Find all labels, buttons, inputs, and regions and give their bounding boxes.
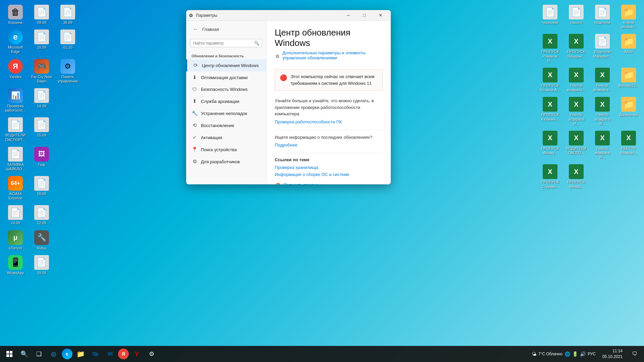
related-section-header: Ссылки по теме: [275, 157, 383, 162]
notification-button[interactable]: 🗨: [628, 347, 641, 361]
nav-item-find-device[interactable]: 📍 Поиск устройства: [186, 143, 266, 156]
desktop-icon-file1[interactable]: 📄 09.09: [30, 3, 54, 26]
desktop-icon-proverka[interactable]: 📊 Проверка работоспо...: [3, 87, 28, 114]
subtitle-link[interactable]: Дополнительные параметры и элементы упра…: [282, 50, 383, 60]
desktop-icon-dopol[interactable]: 📁 Дапалучка: [616, 96, 641, 127]
desktop-icon-file5[interactable]: 📄 14.09: [30, 87, 54, 114]
desktop-icon-file4[interactable]: 📄 01:10: [56, 28, 80, 55]
desktop-icon-reestr5[interactable]: X Реестр возврата И...: [590, 129, 614, 161]
desktop-icon-aida64[interactable]: 64+ AIDA64 Extreme: [3, 175, 28, 202]
desktop-icon-reestr3[interactable]: X Реестр возврата И...: [564, 96, 588, 127]
desktop-icon-propusk3[interactable]: X ПРОПУСК Кузаков А...: [538, 66, 562, 94]
desktop-icon-akty[interactable]: 📁 Акты: [616, 33, 641, 64]
battery-icon: 🔋: [572, 351, 578, 357]
desktop-icon-whatsapp[interactable]: 📱 WhatsApp: [3, 254, 28, 277]
more-link[interactable]: Подробнее: [275, 142, 383, 147]
desktop-icon-panel[interactable]: ⚙ Панель управления: [56, 58, 80, 85]
desktop-icon-voditeli-marsh[interactable]: 📄 Водители Маршрут...: [590, 33, 614, 64]
security-icon: 🛡: [192, 86, 198, 92]
desktop-icon-klyuchi[interactable]: 📁 Ключи window...: [616, 3, 641, 31]
desktop-icon-file7[interactable]: 📄 18.09: [30, 175, 54, 202]
close-button[interactable]: ✕: [373, 10, 388, 21]
desktop-icon-file10[interactable]: 📄 29.09: [30, 254, 54, 277]
desktop-icon-reestr-vozvrat[interactable]: X РЕЕСТР Возврат...: [616, 129, 641, 161]
desktop-icon-file8[interactable]: 📄 24.09: [3, 204, 28, 227]
desktop-icon-propusk4[interactable]: X ПРОПУСК Калинич...: [538, 96, 562, 127]
desktop-icon-edge[interactable]: e Microsoft Edge: [3, 28, 28, 55]
mail-taskbar-button[interactable]: ✉: [103, 347, 117, 361]
desktop-icon-file2[interactable]: 📄 30.09: [56, 3, 80, 26]
nav-item-developers[interactable]: ⚙ Для разработчиков: [186, 156, 266, 168]
desktop-icon-propusk7[interactable]: X ПРОПУСК Филиц...: [564, 163, 588, 190]
troubleshoot-icon: 🔧: [192, 110, 198, 116]
desktop-icon-rufus[interactable]: 🔧 Rufus: [30, 229, 54, 252]
storage-link[interactable]: Проверка хранилища: [275, 165, 383, 170]
desktop-icon-propusk6[interactable]: X ПРОПУСК Струнки...: [538, 163, 562, 190]
nav-item-windows-security[interactable]: 🛡 Безопасность Windows: [186, 83, 266, 95]
taskbar-clock[interactable]: 11:14 05.10.2021: [600, 348, 625, 360]
desktop-icon-propusk2[interactable]: X ПРОПУСК Ярышни...: [564, 33, 588, 64]
nav-item-delivery-opt[interactable]: ⬇ Оптимизация доставки: [186, 71, 266, 83]
desktop-icon-propusk1[interactable]: X ПРОПУСК Романов Н...: [538, 33, 562, 64]
desktop-icon-propusk5[interactable]: X ПРОПУСК Филиц...: [538, 129, 562, 161]
nav-item-recovery[interactable]: ⟲ Восстановление: [186, 119, 266, 131]
delivery-icon: ⬇: [192, 74, 198, 80]
settings-taskbar-button[interactable]: ⚙: [145, 347, 158, 361]
desktop-icon-reestr1[interactable]: X Реестр возврата...: [564, 66, 588, 94]
desktop-icon-vitiny[interactable]: 📁 Витины12...: [616, 66, 641, 94]
desktop-icon-yandex[interactable]: Я Yandex: [3, 58, 28, 85]
yandex2-taskbar-button[interactable]: Y: [130, 347, 144, 361]
desktop-icon-file9[interactable]: 📄 22.09: [30, 204, 54, 227]
edge-taskbar-button[interactable]: e: [62, 349, 72, 359]
svg-rect-2: [6, 354, 9, 357]
settings-titlebar: ⚙ Параметры ─ □ ✕: [186, 10, 391, 21]
taskbar-right: 🌤 7°С Облачно 🌐 🔋 🔊 РУС 11:14 05.10.2021…: [530, 347, 641, 361]
nav-section-label: Обновление и безопасность: [186, 51, 266, 59]
desktop-icon-reestr2[interactable]: X Реестр возврата...: [590, 66, 614, 94]
check-pc-link[interactable]: Проверка работоспособности ПК: [275, 119, 383, 124]
desktop-icon-farcry[interactable]: 🎮 Far Cry New Dawn: [30, 58, 54, 85]
desktop-icon-file3[interactable]: 📄 10.09: [30, 28, 54, 55]
maximize-button[interactable]: □: [357, 10, 372, 21]
desktop-icon-voditeli[interactable]: 📄 водители: [590, 3, 614, 31]
weather-text: 7°С Облачно: [538, 352, 562, 356]
store-taskbar-button[interactable]: 🛍: [89, 347, 102, 361]
desktop-icon-doc-vodi[interactable]: 📄 ВОДИТЕЛИ ПАСПОРТ...: [3, 116, 28, 143]
nav-item-windows-update[interactable]: ⟳ Центр обновления Windows: [186, 59, 266, 71]
desktop-icon-voditeli-pasp[interactable]: X ВОДИТЕЛИ ПАСПО...: [564, 129, 588, 161]
desktop-icon-chernovik[interactable]: 📄 Черновик: [538, 3, 562, 31]
nav-item-label: Безопасность Windows: [201, 87, 248, 92]
nav-item-label: Восстановление: [201, 123, 234, 128]
desktop-icon-paroli[interactable]: 📄 пароли: [564, 3, 588, 31]
nav-item-backup[interactable]: ⬆ Служба архивации: [186, 95, 266, 107]
nav-search-input[interactable]: [193, 41, 254, 46]
desktop-icon-reestr4[interactable]: X Реестр возврата И...: [590, 96, 614, 127]
desktop-icon-korzina[interactable]: 🗑 Корзина: [3, 3, 28, 26]
window-controls: ─ □ ✕: [340, 10, 388, 21]
explorer-taskbar-button[interactable]: 📁: [74, 347, 87, 361]
nav-item-label: Оптимизация доставки: [201, 75, 248, 80]
settings-window-icon: ⚙: [189, 13, 193, 18]
minimize-button[interactable]: ─: [340, 10, 356, 21]
yandex-taskbar-button[interactable]: Я: [118, 349, 129, 359]
desktop-icon-utorrent[interactable]: μ uTorrent: [3, 229, 28, 252]
activation-icon: ✓: [192, 134, 198, 140]
nav-back-button[interactable]: ←: [192, 25, 200, 34]
search-button[interactable]: 🔍: [17, 347, 31, 361]
nav-search-box[interactable]: 🔍: [190, 39, 262, 47]
help-link[interactable]: Получить помощь: [283, 182, 320, 184]
divider2: [275, 153, 383, 153]
network-icon: 🌐: [565, 351, 570, 357]
help-icon: ❓: [275, 183, 281, 184]
settings-content: Центр обновления Windows ⚙ Дополнительны…: [267, 21, 391, 184]
start-button[interactable]: [3, 347, 16, 361]
os-info-link[interactable]: Информация о сборке ОС и системе: [275, 172, 383, 177]
desktop-icon-gif[interactable]: 🖼 Гиф: [30, 145, 54, 173]
cortana-button[interactable]: ◎: [47, 347, 60, 361]
nav-item-activation[interactable]: ✓ Активация: [186, 131, 266, 143]
desktop-icon-zalivka[interactable]: 📄 ЗАЛИВКА ШАЙБЛО...: [3, 145, 28, 173]
desktop-icon-file6[interactable]: 📄 15.09: [30, 116, 54, 143]
nav-item-troubleshoot[interactable]: 🔧 Устранение неполадок: [186, 107, 266, 119]
divider1: [275, 130, 383, 130]
task-view-button[interactable]: ❑: [32, 347, 46, 361]
